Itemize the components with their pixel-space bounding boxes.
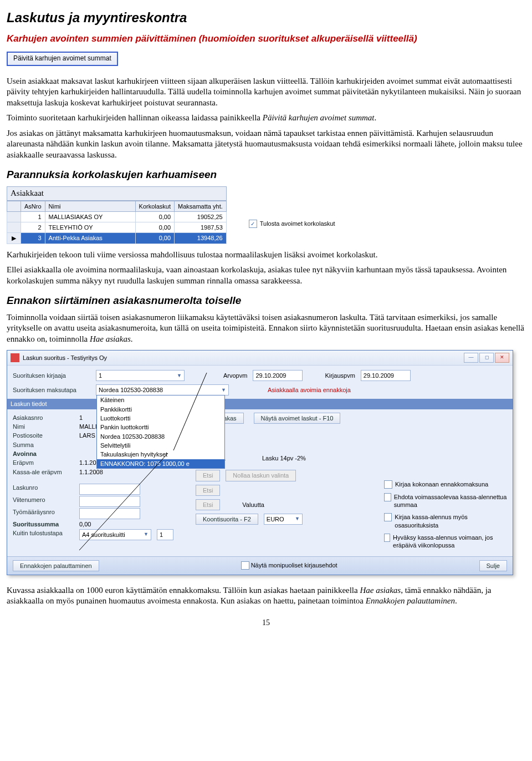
avoinna-label: Avoinna [13,450,74,458]
cell: 0,00 [135,222,174,233]
nollaa-button[interactable]: Nollaa laskun valinta [226,470,296,481]
cell: 2 [21,222,45,233]
check-kirjaa-kassa[interactable]: Kirjaa kassa-alennus myös osasuorituksis… [384,513,507,529]
paragraph: Usein asiakkaat maksavat laskut karhukir… [7,76,525,109]
nimi-value: MALLI [79,423,97,430]
combo-value: Nordea 102530-208838 [99,386,163,394]
kassaale-label: Kassa-ale eräpvm [13,468,74,476]
etsi-button-2[interactable]: Etsi [196,485,220,496]
summa-label: Summa [13,441,74,449]
kirjaaja-combo[interactable]: 1 ▼ [96,370,185,381]
viitenumero-field[interactable] [79,496,140,507]
button-name-italic: Päivitä karhujen avoimet summat [263,113,375,122]
ennakko-warning: Asiakkaalla avoimia ennakkoja [268,386,351,394]
dropdown-option[interactable]: Selvittelytili [97,441,224,450]
suoritussumma-label: Suoritussumma [13,520,74,528]
close-button[interactable]: ✕ [495,353,509,363]
viitenumero-label: Viitenumero [13,496,74,507]
app-icon [11,353,19,362]
paragraph: Kuvassa asiakkaalla on 1000 euron käyttä… [7,585,525,607]
command-italic: Hae asiakas [360,586,401,595]
kirjauspvm-field[interactable]: 29.10.2009 [361,370,411,381]
sulje-button[interactable]: Sulje [479,560,507,571]
etsi-button[interactable]: Etsi [196,470,220,481]
laskunro-label: Laskunro [13,484,74,495]
text: Toiminto suoritetaan karhukirjeiden hall… [7,113,263,122]
cell: 0,00 [135,233,174,243]
check-ennakkomaksuna[interactable]: Kirjaa kokonaan ennakkomaksuna [384,480,507,489]
nayta-monipuoliset[interactable]: Näytä monipuoliset kirjausehdot [241,561,337,570]
combo-value: EURO [267,515,284,523]
cell: TELEYHTIÖ OY [45,222,135,233]
cell: 1987,53 [175,222,227,233]
check-label: Kirjaa kassa-alennus myös osasuorituksis… [395,513,507,529]
arvopvm-field[interactable]: 29.10.2009 [253,370,303,381]
checkbox-icon [241,561,249,570]
col-nimi: Nimi [45,201,135,211]
maksutapa-dropdown-list: Käteinen Pankkikortti Luottokortti Panki… [96,395,225,468]
paragraph: Toiminnolla voidaan siirtää toisen asiak… [7,312,525,345]
paragraph: Ellei asiakkaalla ole avoimina normaalil… [7,265,525,286]
laskun-tiedot-bar: Laskun tiedot [7,399,513,409]
table-row[interactable]: 2 TELEYHTIÖ OY 0,00 1987,53 [7,222,227,233]
asiakkaat-title: Asiakkaat [7,186,227,201]
minimize-button[interactable]: — [464,353,478,363]
asiakkaat-panel: Asiakkaat AsNro Nimi Korkolaskut Maksama… [7,186,227,244]
asiakkaat-table: AsNro Nimi Korkolaskut Maksamatta yht. 1… [7,201,227,244]
etsi-button-3[interactable]: Etsi [196,499,220,510]
cell: Antti-Pekka Asiakas [45,233,135,243]
dropdown-option[interactable]: Luottokortti [97,414,224,423]
nayta-avoimet-button[interactable]: Näytä avoimet laskut - F10 [254,413,341,424]
combo-value: A4 suorituskuitti [82,531,125,539]
tyomaarays-field[interactable] [79,508,140,519]
col-korkolaskut: Korkolaskut [135,201,174,211]
erapvm-label: Eräpvm [13,459,74,466]
section-heading-parannuksia: Parannuksia korkolaskujen karhuamiseen [7,168,525,182]
checkbox-icon [384,493,391,501]
text: . [375,113,377,122]
ennakkojen-palauttaminen-button[interactable]: Ennakkojen palauttaminen [13,560,99,571]
window-title: Laskun suoritus - Testiyritys Oy [23,354,107,362]
cell: MALLIASIAKAS OY [45,211,135,222]
cell: 3 [21,233,45,243]
dropdown-option-selected[interactable]: ENNAKKONRO: 1075 1000,00 e [97,459,224,468]
cell: 19052,25 [175,211,227,222]
check-ehdota[interactable]: Ehdota voimassaolevaa kassa-alennettua s… [384,493,507,509]
kuitin-combo[interactable]: A4 suorituskuitti ▼ [79,529,151,540]
checkbox-icon [384,480,392,489]
koontisuorita-button[interactable]: Koontisuorita - F2 [196,514,258,525]
dropdown-option[interactable]: Käteinen [97,395,224,404]
valuutta-combo[interactable]: EURO ▼ [264,514,303,525]
maksutapa2-value: Lasku 14pv -2% [262,454,306,462]
dropdown-option[interactable]: Pankkikortti [97,405,224,414]
checkbox-icon [384,513,392,521]
dropdown-option[interactable]: Nordea 102530-208838 [97,432,224,441]
cell: 13948,26 [175,233,227,243]
combo-value: 1 [99,372,102,379]
chevron-down-icon: ▼ [144,531,149,538]
maksutapa-combo[interactable]: Nordea 102530-208838 ▼ Käteinen Pankkiko… [96,384,229,395]
dropdown-option[interactable]: Takuulaskujen hyvitykset [97,450,224,459]
checkbox-icon [384,534,390,542]
maximize-button[interactable]: ◻ [479,353,494,363]
laskunro-field[interactable] [79,484,140,495]
check-label: Kirjaa kokonaan ennakkomaksuna [395,480,488,488]
kuitin-count-field[interactable]: 1 [157,529,173,540]
asiakasnro-value: 1 [79,414,83,422]
laskun-suoritus-window: Laskun suoritus - Testiyritys Oy — ◻ ✕ S… [7,350,513,575]
table-row-selected[interactable]: ▶ 3 Antti-Pekka Asiakas 0,00 13948,26 [7,233,227,243]
valuutta2-label: Valuutta [242,501,264,509]
tulosta-avoimet-checkbox[interactable]: ✓ Tulosta avoimet korkolaskut [249,220,335,228]
arvopvm-label: Arvopvm [223,372,247,379]
nimi-label: Nimi [13,423,74,430]
table-row[interactable]: 1 MALLIASIAKAS OY 0,00 19052,25 [7,211,227,222]
text: . [131,334,133,343]
check-label: Näytä monipuoliset kirjausehdot [251,562,337,569]
dropdown-option[interactable]: Pankin luottokortti [97,423,224,432]
paivita-karhujen-button-image: Päivitä karhujen avoimet summat [7,52,118,66]
kirjaaja-label: Suorituksen kirjaaja [13,372,90,379]
check-hyvaksy[interactable]: Hyväksy kassa-alennus voimaan, jos eräpä… [384,534,507,550]
paragraph: Toiminto suoritetaan karhukirjeiden hall… [7,113,525,124]
chevron-down-icon: ▼ [177,373,182,379]
text: Kuvassa asiakkaalla on 1000 euron käyttä… [7,586,360,595]
